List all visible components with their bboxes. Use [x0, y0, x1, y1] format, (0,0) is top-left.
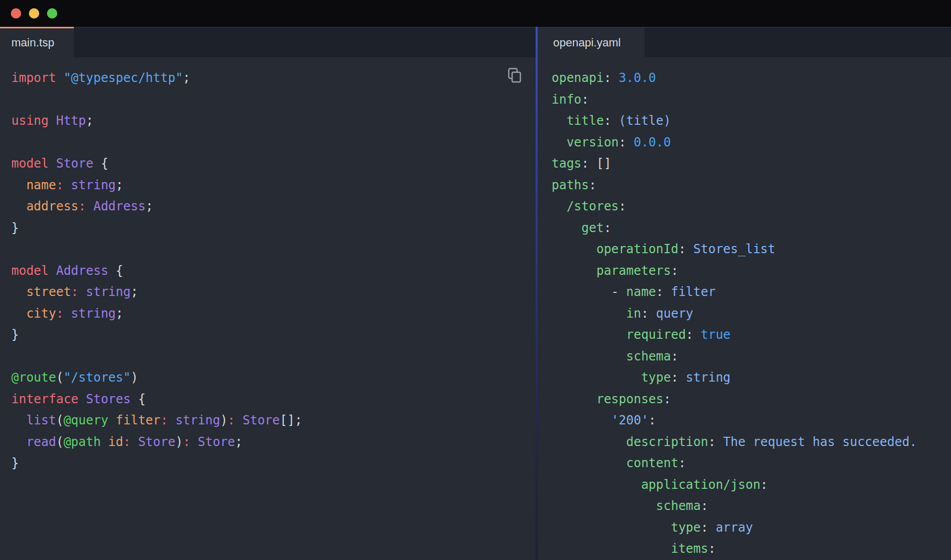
code-line: version: 0.0.0 [552, 132, 951, 154]
code-line: model Address { [11, 260, 536, 282]
code-line: description: The request has succeeded. [552, 432, 951, 453]
code-line: parameters: [552, 260, 951, 282]
code-line [11, 89, 536, 111]
code-line: model Store { [11, 153, 536, 175]
code-line: interface Stores { [11, 389, 536, 410]
code-line [11, 132, 536, 154]
minimize-window-button[interactable] [29, 8, 39, 19]
code-line: import "@typespec/http"; [11, 68, 536, 89]
code-line: } [11, 453, 536, 474]
code-line: } [11, 218, 536, 239]
code-line: title: (title) [552, 110, 951, 132]
typespec-code: import "@typespec/http";using Http;model… [0, 57, 536, 474]
code-line: - name: filter [552, 282, 951, 303]
output-tabbar: openapi.yaml [538, 27, 951, 57]
code-line: name: string; [11, 175, 536, 196]
code-line: street: string; [11, 282, 536, 303]
code-line [11, 239, 536, 260]
code-line: using Http; [11, 110, 536, 132]
code-line: get: [552, 218, 951, 239]
tab-openapi-yaml[interactable]: openapi.yaml [538, 28, 644, 57]
code-line: required: true [552, 324, 951, 346]
code-line: info: [552, 89, 951, 111]
output-pane: openapi.yaml openapi: 3.0.0info: title: … [538, 27, 951, 560]
code-line: '200': [552, 410, 951, 432]
copy-icon [508, 68, 522, 84]
zoom-window-button[interactable] [47, 8, 57, 19]
code-line [11, 346, 536, 368]
copy-button[interactable] [508, 68, 522, 84]
openapi-yaml-code: openapi: 3.0.0info: title: (title) versi… [538, 57, 951, 560]
editor-tabbar: main.tsp [0, 27, 536, 57]
code-line: openapi: 3.0.0 [552, 68, 951, 89]
titlebar [0, 0, 951, 27]
code-line: schema: [552, 346, 951, 368]
code-line: operationId: Stores_list [552, 239, 951, 260]
code-line: application/json: [552, 474, 951, 496]
code-line: list(@query filter: string): Store[]; [11, 410, 536, 432]
tab-main-tsp-label: main.tsp [11, 36, 54, 50]
code-line: responses: [552, 389, 951, 410]
code-line: items: [552, 538, 951, 560]
typespec-editor[interactable]: import "@typespec/http";using Http;model… [0, 57, 536, 560]
code-line: type: array [552, 517, 951, 539]
code-line: in: query [552, 303, 951, 325]
code-line: /stores: [552, 196, 951, 218]
editor-pane: main.tsp import "@typespec/http";using H… [0, 27, 536, 560]
code-line: @route("/stores") [11, 367, 536, 389]
code-line: read(@path id: Store): Store; [11, 432, 536, 453]
code-line: address: Address; [11, 196, 536, 218]
playground-window: main.tsp import "@typespec/http";using H… [0, 0, 951, 560]
code-line: paths: [552, 175, 951, 196]
code-line: tags: [] [552, 153, 951, 175]
tab-openapi-yaml-label: openapi.yaml [553, 36, 621, 50]
code-line: content: [552, 453, 951, 474]
split-view: main.tsp import "@typespec/http";using H… [0, 27, 951, 560]
code-line: city: string; [11, 303, 536, 325]
window-controls [11, 8, 57, 19]
tab-main-tsp[interactable]: main.tsp [0, 28, 74, 57]
code-line: } [11, 324, 536, 346]
code-line: schema: [552, 496, 951, 517]
openapi-output-viewer[interactable]: openapi: 3.0.0info: title: (title) versi… [538, 57, 951, 560]
close-window-button[interactable] [11, 8, 21, 19]
code-line: type: string [552, 367, 951, 389]
